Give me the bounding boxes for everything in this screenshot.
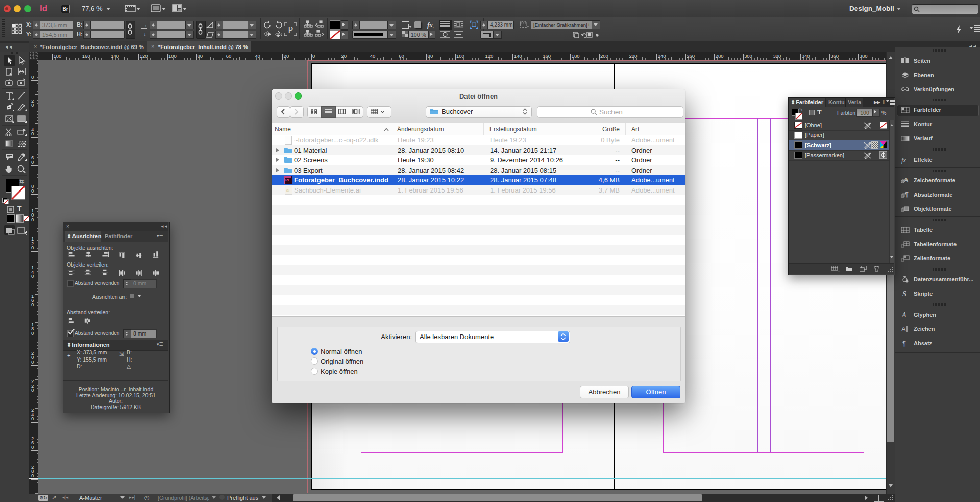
svg-text:S: S [902, 290, 906, 298]
svg-text:¶: ¶ [902, 340, 906, 347]
svg-text:A: A [901, 325, 906, 333]
svg-text:P: P [288, 25, 293, 35]
svg-text:A: A [904, 177, 909, 184]
svg-text:fx: fx [901, 156, 906, 164]
svg-text:A: A [901, 311, 906, 319]
svg-text:¶: ¶ [905, 191, 909, 198]
